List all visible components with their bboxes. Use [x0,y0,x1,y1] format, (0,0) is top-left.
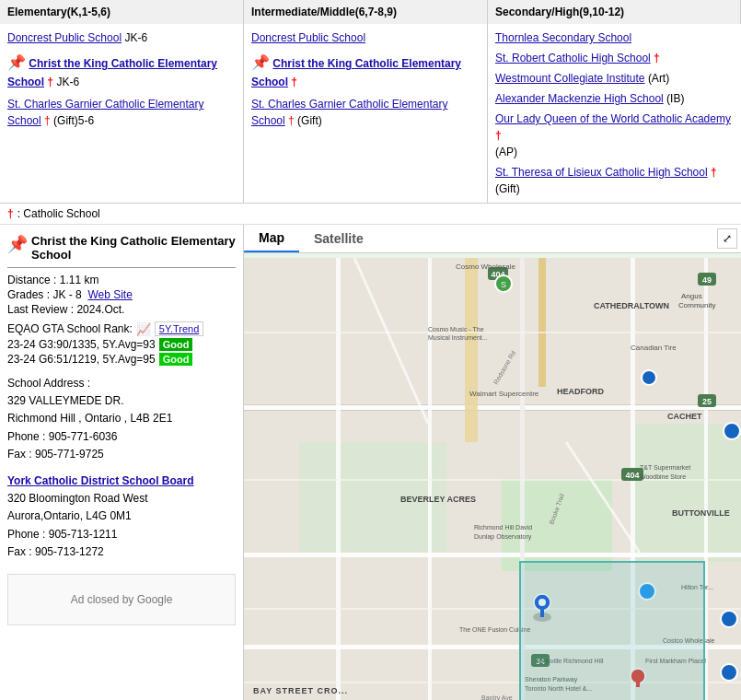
review-label: Last Review : [7,303,74,316]
board-address2: Aurora,Ontario, L4G 0M1 [7,508,236,525]
grade-g3-badge: Good [159,338,193,351]
svg-text:BAY STREET CRO...: BAY STREET CRO... [253,686,348,695]
divider1 [7,267,236,268]
svg-text:T&T Supermarket: T&T Supermarket [640,464,690,472]
distance-label: Distance : [7,274,56,286]
rank-label: EQAO GTA School Rank: [7,322,133,335]
svg-rect-7 [244,410,741,411]
board-phone-line: Phone : 905-713-1211 [7,526,236,543]
address-city: Richmond Hill , Ontario , L4B 2E1 [7,410,236,427]
address-block: School Address : 329 VALLEYMEDE DR. Rich… [7,375,236,463]
king-intermediate-item: 📌 Christ the King Catholic Elementary Sc… [251,52,480,90]
thornlea-link[interactable]: Thornlea Secondary School [495,31,631,44]
garnier-elementary-link[interactable]: St. Charles Garnier Catholic Elementary … [7,98,203,127]
map-svg: 49 25 404 404 34 S [244,258,741,700]
svg-text:Cosmo Wholesale: Cosmo Wholesale [456,262,515,271]
doncrest-intermediate-item: Doncrest Public School [251,29,480,46]
board-block: York Catholic District School Board 320 … [7,472,236,561]
svg-text:S: S [501,280,506,289]
secondary-schools: Thornlea Secondary School St. Robert Cat… [488,24,741,203]
review-line: Last Review : 2024.Oct. [7,303,236,316]
westmount-suffix: (Art) [648,72,669,85]
westmount-link[interactable]: Westmount Collegiate Institute [495,72,645,85]
trend-button[interactable]: 5Y.Trend [155,321,203,336]
board-phone-label: Phone : [7,528,45,541]
board-link[interactable]: York Catholic District School Board [7,474,193,487]
school-detail-title: 📌 Christ the King Catholic Elementary Sc… [7,234,236,262]
svg-text:Community: Community [678,301,715,309]
king-elementary-suffix: JK-6 [56,76,79,88]
phone-value: 905-771-6036 [49,430,118,443]
svg-text:CACHET: CACHET [667,412,702,421]
ad-box: Ad closed by Google [7,574,236,625]
svg-point-35 [642,370,656,385]
grade-g6-badge: Good [159,353,193,366]
school-detail-pin: 📌 [7,234,28,254]
svg-text:Dunlap Observatory: Dunlap Observatory [474,533,532,541]
board-fax-value: 905-713-1272 [35,545,104,558]
king-elementary-link[interactable]: Christ the King Catholic Elementary Scho… [7,57,217,88]
distance-line: Distance : 1.11 km [7,274,236,286]
svg-text:Richmond Hill David: Richmond Hill David [474,524,532,531]
grade-g3-row: 23-24 G3:90/1335, 5Y.Avg=93 Good [7,338,236,351]
map-tab[interactable]: Map [244,225,299,252]
doncrest-elementary-link[interactable]: Doncrest Public School [7,31,122,44]
fax-value: 905-771-9725 [35,448,104,461]
st-robert-item: St. Robert Catholic High School † [495,50,734,66]
svg-point-39 [721,664,737,681]
king-intermediate-link[interactable]: Christ the King Catholic Elementary Scho… [251,57,461,88]
map-area[interactable]: Map Satellite ⤢ [244,225,741,700]
garnier-elementary-suffix: (Gift)5-6 [53,114,94,127]
grade-g3-text: 23-24 G3:90/1335, 5Y.Avg=93 [7,338,156,351]
svg-text:49: 49 [702,275,712,285]
our-lady-link[interactable]: Our Lady Queen of the World Catholic Aca… [495,112,731,125]
alexander-link[interactable]: Alexander Mackenzie High School [495,92,664,105]
address-label: School Address : [7,375,236,392]
fax-label: Fax : [7,448,32,461]
phone-label: Phone : [7,430,45,443]
garnier-elementary-item: St. Charles Garnier Catholic Elementary … [7,96,236,129]
intermediate-schools: Doncrest Public School 📌 Christ the King… [244,24,488,203]
svg-text:Cosmo Music - The: Cosmo Music - The [428,326,484,332]
svg-text:CATHEDRALTOWN: CATHEDRALTOWN [594,301,669,310]
secondary-header: Secondary/High(9,10-12) [488,0,741,24]
our-lady-cross: † [495,129,502,142]
board-fax-line: Fax : 905-713-1272 [7,543,236,561]
website-link[interactable]: Web Site [87,288,132,301]
svg-text:Walmart Supercentre: Walmart Supercentre [469,390,539,398]
doncrest-intermediate-link[interactable]: Doncrest Public School [251,31,365,44]
svg-text:404: 404 [625,471,639,480]
svg-text:Woodbine Store: Woodbine Store [640,473,686,480]
st-theresa-link[interactable]: St. Theresa of Lisieux Catholic High Sch… [495,166,708,179]
svg-text:BEVERLEY ACRES: BEVERLEY ACRES [400,495,476,504]
st-robert-link[interactable]: St. Robert Catholic High School [495,52,651,64]
ad-text: Ad closed by Google [71,593,173,606]
garnier-intermediate-link[interactable]: St. Charles Garnier Catholic Elementary … [251,98,447,127]
our-lady-suffix: (AP) [495,146,517,158]
svg-text:BUTTONVILLE: BUTTONVILLE [672,508,730,518]
board-fax-label: Fax : [7,545,32,558]
westmount-item: Westmount Collegiate Institute (Art) [495,70,734,87]
svg-text:Musical Instrument...: Musical Instrument... [428,334,488,341]
king-intermediate-cross: † [291,76,297,88]
map-controls: Map Satellite ⤢ [244,225,741,253]
main-area: 📌 Christ the King Catholic Elementary Sc… [0,225,741,700]
st-theresa-cross: † [711,166,717,179]
garnier-intermediate-gift: † [288,114,295,127]
satellite-tab[interactable]: Satellite [299,226,378,251]
grades-value: JK - 8 [52,288,81,301]
cross-legend-label: : Catholic School [17,207,100,220]
garnier-elementary-gift: † [44,114,51,127]
svg-rect-16 [538,258,546,387]
rank-row: EQAO GTA School Rank: 📈 5Y.Trend [7,321,236,336]
fax-line: Fax : 905-771-9725 [7,446,236,463]
king-elementary-cross: † [47,76,53,88]
phone-line: Phone : 905-771-6036 [7,428,236,446]
map-background: 49 25 404 404 34 S [244,258,741,700]
cross-legend-icon: † [7,207,14,220]
school-columns: Elementary(K,1-5,6) Intermediate/Middle(… [0,0,741,204]
garnier-intermediate-suffix: (Gift) [297,114,322,127]
fullscreen-button[interactable]: ⤢ [717,228,737,249]
svg-rect-8 [244,553,741,557]
svg-text:Canadian Tire: Canadian Tire [631,344,677,352]
